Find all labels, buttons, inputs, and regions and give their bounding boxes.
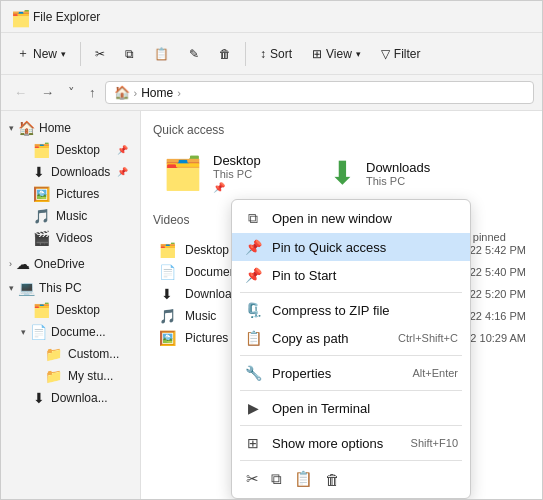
onedrive-icon: ☁ xyxy=(16,256,30,272)
up-button[interactable]: ↑ xyxy=(84,82,101,103)
ctx-separator-1 xyxy=(240,292,462,293)
ctx-copy-icon[interactable]: ⧉ xyxy=(271,470,282,488)
sidebar-thispc-label: This PC xyxy=(39,281,82,295)
ctx-compress-zip[interactable]: 🗜️ Compress to ZIP file xyxy=(232,296,470,324)
compress-icon: 🗜️ xyxy=(244,302,262,318)
new-button[interactable]: ＋ New ▾ xyxy=(9,41,74,66)
sidebar-item-downloads[interactable]: ⬇ Downloads 📌 xyxy=(5,161,136,183)
toolbar: ＋ New ▾ ✂ ⧉ 📋 ✎ 🗑 ↕ Sort ⊞ View ▾ ▽ Filt… xyxy=(1,33,542,75)
ctx-pin-start[interactable]: 📌 Pin to Start xyxy=(232,261,470,289)
rename-button[interactable]: ✎ xyxy=(181,43,207,65)
view-button[interactable]: ⊞ View ▾ xyxy=(304,43,369,65)
ctx-properties[interactable]: 🔧 Properties Alt+Enter xyxy=(232,359,470,387)
path-separator: › xyxy=(134,87,138,99)
sidebar-item-home[interactable]: ▾ 🏠 Home xyxy=(1,117,140,139)
ctx-separator-5 xyxy=(240,460,462,461)
ctx-compress-label: Compress to ZIP file xyxy=(272,303,458,318)
copy-path-icon: 📋 xyxy=(244,330,262,346)
sidebar-item-downloads2[interactable]: ⬇ Downloa... xyxy=(5,387,136,409)
forward-button[interactable]: → xyxy=(36,82,59,103)
ctx-separator-2 xyxy=(240,355,462,356)
file-icon-downloads: ⬇ xyxy=(157,286,177,302)
thispc-icon: 💻 xyxy=(18,280,35,296)
sidebar-item-thispc[interactable]: ▾ 💻 This PC xyxy=(1,277,140,299)
content-area: Quick access 🗂️ Desktop This PC 📌 ⬇ Down… xyxy=(141,111,542,500)
address-path[interactable]: 🏠 › Home › xyxy=(105,81,535,104)
ctx-separator-3 xyxy=(240,390,462,391)
folder-card-downloads[interactable]: ⬇ Downloads This PC xyxy=(319,145,469,201)
sidebar-item-custom[interactable]: 📁 Custom... xyxy=(5,343,136,365)
sidebar-downloads2-label: Downloa... xyxy=(51,391,108,405)
sidebar-item-videos[interactable]: 🎬 Videos xyxy=(5,227,136,249)
pin-icon-2: 📌 xyxy=(117,167,128,177)
sidebar-music-label: Music xyxy=(56,209,87,223)
videos-icon: 🎬 xyxy=(33,230,50,246)
terminal-icon: ▶ xyxy=(244,400,262,416)
sidebar-item-pictures[interactable]: 🖼️ Pictures xyxy=(5,183,136,205)
sidebar-item-mystudy[interactable]: 📁 My stu... xyxy=(5,365,136,387)
ctx-delete-icon[interactable]: 🗑 xyxy=(325,471,340,488)
chevron-down-icon: ▾ xyxy=(61,49,66,59)
ctx-pin-quick-access[interactable]: 📌 Pin to Quick access xyxy=(232,233,470,261)
quick-access-label: Quick access xyxy=(153,123,530,137)
downloads-card-name: Downloads xyxy=(366,160,430,175)
ctx-properties-label: Properties xyxy=(272,366,402,381)
sidebar-home-label: Home xyxy=(39,121,71,135)
file-icon-documents: 📄 xyxy=(157,264,177,280)
ctx-separator-4 xyxy=(240,425,462,426)
address-bar: ← → ˅ ↑ 🏠 › Home › xyxy=(1,75,542,111)
chevron-docs-icon: ▾ xyxy=(9,327,26,337)
ctx-copy-path-shortcut: Ctrl+Shift+C xyxy=(398,332,458,344)
docs-icon: 📄 xyxy=(30,324,47,340)
sidebar-item-desktop2[interactable]: 🗂️ Desktop xyxy=(5,299,136,321)
open-window-icon: ⧉ xyxy=(244,210,262,227)
ctx-open-terminal[interactable]: ▶ Open in Terminal xyxy=(232,394,470,422)
ctx-show-more[interactable]: ⊞ Show more options Shift+F10 xyxy=(232,429,470,457)
new-icon: ＋ xyxy=(17,45,29,62)
sidebar-item-desktop[interactable]: 🗂️ Desktop 📌 xyxy=(5,139,136,161)
videos-label: Videos xyxy=(153,213,189,227)
custom-icon: 📁 xyxy=(45,346,62,362)
paste-button[interactable]: 📋 xyxy=(146,43,177,65)
ctx-paste-icon[interactable]: 📋 xyxy=(294,470,313,488)
desktop-card-pin-icon: 📌 xyxy=(213,182,261,193)
sidebar-downloads-label: Downloads xyxy=(51,165,110,179)
path-home-label: Home xyxy=(141,86,173,100)
cut-button[interactable]: ✂ xyxy=(87,43,113,65)
recent-button[interactable]: ˅ xyxy=(63,82,80,103)
sidebar-pictures-label: Pictures xyxy=(56,187,99,201)
ctx-bottom-icons: ✂ ⧉ 📋 🗑 xyxy=(232,464,470,494)
rename-icon: ✎ xyxy=(189,47,199,61)
pin-start-icon: 📌 xyxy=(244,267,262,283)
file-icon-music: 🎵 xyxy=(157,308,177,324)
filter-icon: ▽ xyxy=(381,47,390,61)
desktop-card-info: Desktop This PC 📌 xyxy=(213,153,261,193)
sidebar-videos-label: Videos xyxy=(56,231,92,245)
sidebar-item-onedrive[interactable]: › ☁ OneDrive xyxy=(1,253,140,275)
filter-button[interactable]: ▽ Filter xyxy=(373,43,429,65)
properties-icon: 🔧 xyxy=(244,365,262,381)
ctx-terminal-label: Open in Terminal xyxy=(272,401,458,416)
sidebar-item-documents[interactable]: ▾ 📄 Docume... xyxy=(1,321,140,343)
ctx-cut-icon[interactable]: ✂ xyxy=(246,470,259,488)
sidebar-item-music[interactable]: 🎵 Music xyxy=(5,205,136,227)
delete-icon: 🗑 xyxy=(219,47,231,61)
desktop-card-sub: This PC xyxy=(213,168,261,180)
pin-icon: 📌 xyxy=(117,145,128,155)
folder-card-desktop[interactable]: 🗂️ Desktop This PC 📌 xyxy=(153,145,303,201)
ctx-copy-path[interactable]: 📋 Copy as path Ctrl+Shift+C xyxy=(232,324,470,352)
sidebar-docs-label: Docume... xyxy=(51,325,106,339)
delete-button[interactable]: 🗑 xyxy=(211,43,239,65)
ctx-show-more-label: Show more options xyxy=(272,436,401,451)
context-menu: ⧉ Open in new window 📌 Pin to Quick acce… xyxy=(231,199,471,499)
downloads-card-info: Downloads This PC xyxy=(366,160,430,187)
home-icon: 🏠 xyxy=(18,120,35,136)
sidebar-custom-label: Custom... xyxy=(68,347,119,361)
toolbar-separator xyxy=(80,42,81,66)
copy-button[interactable]: ⧉ xyxy=(117,43,142,65)
desktop-card-name: Desktop xyxy=(213,153,261,168)
sort-icon: ↕ xyxy=(260,47,266,61)
back-button[interactable]: ← xyxy=(9,82,32,103)
ctx-open-new-window[interactable]: ⧉ Open in new window xyxy=(232,204,470,233)
sort-button[interactable]: ↕ Sort xyxy=(252,43,300,65)
